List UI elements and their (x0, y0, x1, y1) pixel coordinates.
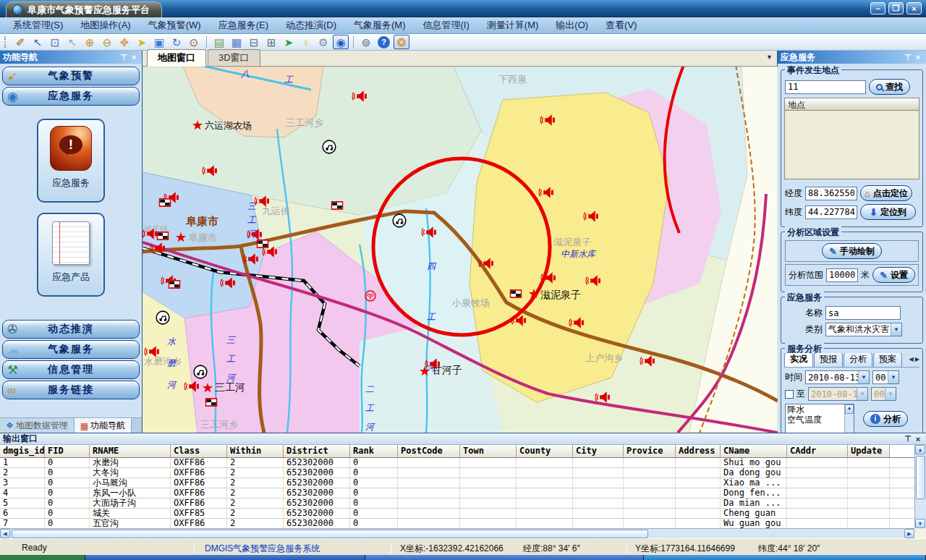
scene-export-icon[interactable]: ❂ (394, 35, 409, 49)
nav-item-weather-service[interactable]: ☁气象服务 (2, 340, 140, 359)
close-button[interactable]: × (906, 2, 922, 14)
tractor-marker[interactable] (393, 214, 406, 227)
column-header-County[interactable]: County (517, 445, 573, 457)
column-header-Provice[interactable]: Provice (624, 445, 676, 457)
pin-icon[interactable]: ⊤ (903, 53, 913, 62)
pin-icon[interactable]: ⊤ (119, 53, 129, 62)
select-box-icon[interactable]: ⊡ (47, 35, 63, 49)
nav-item-weather-warning[interactable]: ➹气象预警 (2, 67, 140, 85)
image-export-icon[interactable]: ▦ (229, 35, 245, 49)
column-header-PostCode[interactable]: PostCode (398, 445, 460, 457)
menu-dynamic-deduction[interactable]: 动态推演(D) (277, 17, 345, 34)
map-tab-1[interactable]: 3D窗口 (208, 49, 260, 66)
column-header-CName[interactable]: CName (721, 445, 787, 457)
map-canvas[interactable]: 八工下西泉六运湖农场三工河乡九运街城关镇阜康市阜康市滋泥泉子中新水库滋泥泉子小泉… (143, 67, 778, 433)
nav-item-emergency-service[interactable]: ◉应急服务 (2, 87, 140, 106)
tab-scroll-icons[interactable]: ◀ ▶ (907, 356, 919, 362)
tractor-marker[interactable] (194, 365, 207, 378)
analysis-tab-0[interactable]: 实况 (784, 353, 813, 367)
scroll-right-icon[interactable]: ▶ (904, 529, 914, 538)
column-header-dmgis_id[interactable]: dmgis_id (0, 445, 45, 457)
pan-icon[interactable]: ✥ (116, 35, 132, 49)
print-setup-icon[interactable]: ⊞ (263, 35, 279, 49)
element-list[interactable]: 降水空气温度 ▲ (785, 404, 854, 433)
flag-marker[interactable] (205, 398, 218, 407)
menu-weather-warning[interactable]: 气象预警(W) (140, 17, 210, 34)
close-icon[interactable]: × (913, 53, 923, 61)
place-marker-icon[interactable]: ♀ (298, 35, 314, 49)
flag-marker[interactable] (159, 198, 171, 207)
menu-measure-calculation[interactable]: 测量计算(M) (478, 17, 548, 34)
analysis-tab-1[interactable]: 预报 (814, 353, 843, 367)
column-header-Update[interactable]: Update (848, 445, 890, 457)
table-row[interactable]: 30小马厩沟OXFF8626523020000Xiao ma ... (0, 478, 914, 488)
deselect-icon[interactable]: ↖ (64, 35, 80, 49)
full-extent-icon[interactable]: ▣ (151, 35, 167, 49)
column-header-Rank[interactable]: Rank (350, 445, 398, 457)
pointer-icon[interactable]: ➤ (134, 35, 150, 49)
menu-emergency-service[interactable]: 应急服务(E) (210, 17, 277, 34)
eye-icon[interactable]: ⊚ (358, 35, 374, 49)
locate-to-button[interactable]: ⬇ 定位到 (860, 204, 916, 220)
green-pointer-icon[interactable]: ➤ (281, 35, 297, 49)
analysis-list-item[interactable]: 降水 (786, 404, 854, 415)
hour-select[interactable]: 00 ▼ (872, 370, 899, 384)
flag-marker[interactable] (257, 239, 269, 248)
column-header-Address[interactable]: Address (676, 445, 721, 457)
map-svg[interactable]: 八工下西泉六运湖农场三工河乡九运街城关镇阜康市阜康市滋泥泉子中新水库滋泥泉子小泉… (143, 67, 778, 433)
table-row[interactable]: 50大面场子沟OXFF8626523020000Da mian ... (0, 499, 914, 509)
scroll-left-icon[interactable]: ◀ (0, 529, 10, 538)
dropdown-icon[interactable]: ▼ (858, 371, 869, 383)
nav-item-info-management[interactable]: ⚒信息管理 (2, 360, 140, 379)
horizontal-scrollbar[interactable]: ◀ ▶ (0, 528, 914, 538)
latitude-input[interactable] (805, 205, 857, 219)
column-header-Within[interactable]: Within (227, 445, 284, 457)
vertical-scrollbar[interactable]: ▲ ▼ (914, 445, 926, 528)
click-locate-button[interactable]: ⌂ 点击定位 (860, 185, 912, 201)
table-row[interactable]: 70五官沟OXFF8626523020000Wu guan gou (0, 519, 914, 528)
flag-marker[interactable] (331, 201, 344, 210)
zoom-in-icon[interactable]: ⊕ (82, 35, 98, 49)
column-header-Town[interactable]: Town (460, 445, 517, 457)
event-keyword-input[interactable] (785, 80, 866, 94)
scroll-thumb[interactable] (916, 456, 925, 499)
menu-system-management[interactable]: 系统管理(S) (4, 17, 72, 34)
dropdown-icon[interactable]: ▼ (888, 371, 899, 383)
tractor-marker[interactable] (323, 140, 336, 153)
analysis-tab-2[interactable]: 分析 (844, 353, 872, 367)
menu-view[interactable]: 查看(V) (597, 17, 645, 34)
measure-icon[interactable]: ✐ (12, 35, 28, 49)
refresh-icon[interactable]: ↻ (169, 35, 184, 49)
pin-icon[interactable]: ⊤ (903, 434, 913, 444)
map-tab-list-icon[interactable]: ▼ (766, 54, 773, 61)
location-list[interactable] (784, 110, 919, 179)
panel-tab-function-navigation[interactable]: ▦功能导航 (75, 418, 132, 433)
analyze-button[interactable]: i 分析 (863, 411, 908, 427)
emergency-product-tool[interactable]: 应急产品 (37, 213, 105, 297)
nav-item-service-link[interactable]: ∞服务链接 (2, 381, 140, 399)
nav-item-dynamic-deduction[interactable]: ✇动态推演 (2, 320, 140, 339)
analysis-list-item[interactable]: 空气温度 (786, 415, 854, 425)
panel-tab-map-data-management[interactable]: ❖地图数据管理 (0, 418, 75, 433)
flag-marker[interactable] (157, 232, 169, 240)
column-header-City[interactable]: City (573, 445, 624, 457)
close-icon[interactable]: × (129, 53, 139, 61)
flag-marker[interactable] (510, 289, 522, 298)
help-icon[interactable]: ? (378, 36, 390, 48)
minimize-button[interactable]: − (870, 2, 885, 14)
table-row[interactable]: 40东风一小队OXFF8626523020000Dong fen... (0, 488, 914, 499)
menu-info-management[interactable]: 信息管理(I) (415, 17, 478, 34)
column-header-Class[interactable]: Class (171, 445, 227, 457)
identify-icon[interactable]: ⊙ (186, 35, 202, 49)
settings-gear-icon[interactable]: ⚙ (315, 35, 331, 49)
emergency-service-tool[interactable]: !应急服务 (37, 119, 105, 203)
scroll-up-icon[interactable]: ▲ (845, 404, 854, 414)
select-pointer-icon[interactable]: ↖ (30, 35, 46, 49)
scroll-thumb[interactable] (12, 530, 648, 538)
flag-marker[interactable] (169, 280, 181, 289)
menu-output[interactable]: 输出(O) (547, 17, 597, 34)
manual-draw-button[interactable]: ✎ 手动绘制 (822, 243, 882, 259)
column-header-RNAME[interactable]: RNAME (90, 445, 171, 457)
close-icon[interactable]: × (913, 435, 923, 444)
column-header-FID[interactable]: FID (45, 445, 90, 457)
